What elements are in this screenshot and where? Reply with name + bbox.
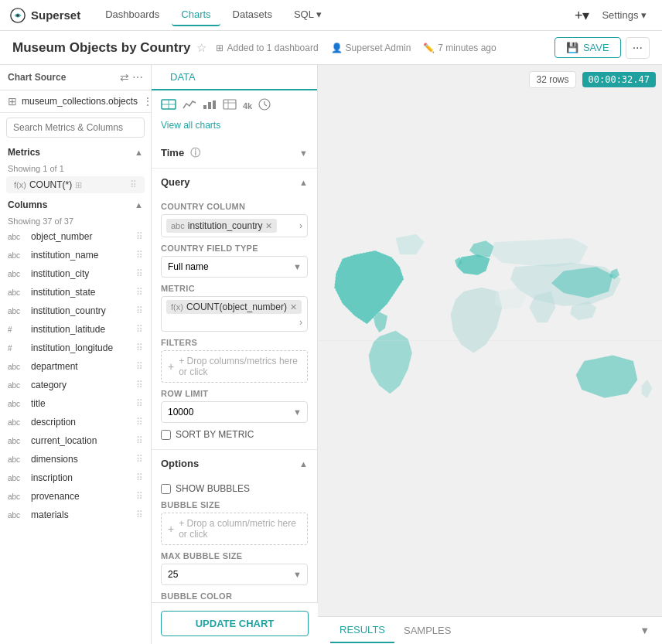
list-item: abc current_location ⠿ — [0, 431, 151, 450]
svg-line-13 — [264, 104, 267, 106]
filters-drop-area[interactable]: + + Drop columns/metrics here or click — [161, 350, 308, 383]
country-column-label: COUNTRY COLUMN — [161, 202, 308, 211]
drag-handle[interactable]: ⠿ — [136, 454, 143, 465]
tab-samples[interactable]: SAMPLES — [394, 618, 460, 642]
col-type: abc — [8, 233, 26, 241]
nav-links: Dashboards Charts Datasets SQL ▾ — [96, 4, 331, 26]
page-title: Museum Objects by Country — [12, 40, 190, 56]
col-type: abc — [8, 455, 26, 464]
col-name: inscription — [31, 472, 73, 483]
show-bubbles-checkbox[interactable]: SHOW BUBBLES — [161, 483, 308, 494]
tab-results[interactable]: RESULTS — [330, 618, 394, 643]
dataset-more-button[interactable]: ⋮ — [142, 95, 152, 107]
nav-settings-button[interactable]: Settings ▾ — [595, 6, 653, 24]
bubble-size-plus-icon: + — [168, 523, 174, 535]
drag-handle[interactable]: ⠿ — [136, 380, 143, 390]
source-actions: ⇄ ⋯ — [120, 71, 143, 83]
col-name: title — [31, 398, 46, 409]
nav-datasets[interactable]: Datasets — [224, 4, 282, 26]
metric-name: f(x) COUNT(*) ⊞ — [14, 179, 82, 190]
save-button[interactable]: 💾 SAVE — [555, 37, 621, 58]
logo-text: Superset — [31, 9, 80, 22]
bubble-color-label: BUBBLE COLOR — [161, 591, 308, 601]
sort-by-metric-input[interactable] — [161, 430, 171, 440]
source-more-button[interactable]: ⋯ — [132, 71, 143, 83]
drag-handle[interactable]: ⠿ — [136, 287, 143, 298]
max-bubble-size-select[interactable]: 25 — [161, 564, 308, 585]
drag-handle[interactable]: ⠿ — [136, 361, 143, 372]
drag-handle[interactable]: ⠿ — [136, 305, 143, 316]
columns-list: abc object_number ⠿ abc institution_name… — [0, 227, 151, 521]
options-section-header[interactable]: Options — [152, 450, 317, 477]
bubble-size-placeholder: + Drop a column/metric here or click — [179, 518, 301, 540]
list-item: abc category ⠿ — [0, 376, 151, 394]
right-panel: 32 rows 00:00:32.47 — [318, 65, 662, 644]
metric-tag-remove-button[interactable]: ✕ — [290, 302, 297, 312]
query-section-header[interactable]: Query — [152, 169, 317, 196]
source-collapse-button[interactable]: ⇄ — [120, 71, 129, 83]
chart-type-world-map[interactable] — [161, 98, 176, 114]
dataset-row: ⊞ museum_collections.objects ⋮ — [0, 90, 151, 113]
drag-handle[interactable]: ⠿ — [136, 342, 143, 353]
metric-info-icon: ⊞ — [75, 180, 82, 190]
update-chart-button[interactable]: UPDATE CHART — [161, 611, 309, 636]
drag-handle[interactable]: ⠿ — [136, 324, 143, 335]
star-icon[interactable]: ☆ — [196, 41, 206, 55]
drag-handle[interactable]: ⠿ — [130, 179, 137, 190]
col-left: abc institution_city — [8, 268, 89, 279]
chart-type-big-number[interactable]: 4k — [243, 101, 252, 111]
drag-handle[interactable]: ⠿ — [136, 509, 143, 520]
tag-remove-button[interactable]: ✕ — [265, 221, 272, 231]
drag-handle[interactable]: ⠿ — [136, 250, 143, 261]
bubble-size-label: BUBBLE SIZE — [161, 500, 308, 509]
options-section-label: Options — [161, 458, 199, 469]
row-limit-wrapper: 10000 ▼ — [161, 401, 308, 423]
drag-handle[interactable]: ⠿ — [136, 231, 143, 242]
drag-handle[interactable]: ⠿ — [136, 268, 143, 279]
col-name: materials — [31, 509, 69, 520]
chart-type-bar[interactable] — [203, 99, 217, 113]
nav-plus-button[interactable]: +▾ — [575, 7, 590, 24]
drag-handle[interactable]: ⠿ — [136, 417, 143, 428]
time-section: Time ⓘ — [152, 138, 317, 169]
svg-rect-7 — [213, 101, 216, 109]
drag-handle[interactable]: ⠿ — [136, 491, 143, 502]
bubble-size-drop-area[interactable]: + + Drop a column/metric here or click — [161, 513, 308, 545]
filters-label: FILTERS — [161, 338, 308, 347]
save-icon: 💾 — [566, 42, 578, 53]
chart-type-table[interactable] — [223, 99, 237, 113]
drag-handle[interactable]: ⠿ — [136, 472, 143, 483]
tag-arrow-icon: › — [299, 220, 302, 231]
collapse-button[interactable]: ▼ — [640, 625, 650, 636]
more-options-button[interactable]: ··· — [626, 37, 650, 59]
col-name: department — [31, 361, 78, 372]
nav-charts[interactable]: Charts — [172, 4, 220, 26]
col-type: abc — [8, 511, 26, 520]
chart-type-line[interactable] — [183, 99, 196, 113]
chart-type-clock[interactable] — [258, 98, 271, 114]
search-input[interactable] — [6, 118, 145, 138]
drag-handle[interactable]: ⠿ — [136, 435, 143, 446]
show-bubbles-input[interactable] — [161, 484, 171, 494]
time-section-header[interactable]: Time ⓘ — [152, 138, 317, 168]
view-all-charts-link[interactable]: View all charts — [152, 117, 317, 138]
nav-dashboards[interactable]: Dashboards — [96, 4, 169, 26]
col-name: institution_name — [31, 250, 98, 261]
svg-rect-5 — [203, 105, 206, 109]
country-field-type-select[interactable]: Full name — [161, 256, 308, 278]
col-left: abc current_location — [8, 435, 97, 446]
metric-input[interactable]: f(x) COUNT(object_number) ✕ › — [161, 296, 308, 332]
tab-data[interactable]: DATA — [161, 65, 205, 90]
columns-section-header[interactable]: Columns — [0, 195, 151, 215]
chart-source-label: Chart Source — [8, 72, 66, 83]
row-limit-select[interactable]: 10000 — [161, 401, 308, 423]
nav-sql[interactable]: SQL ▾ — [285, 4, 331, 26]
col-left: # institution_latitude — [8, 324, 105, 335]
show-bubbles-label: SHOW BUBBLES — [176, 483, 250, 494]
country-column-input[interactable]: abc institution_country ✕ › — [161, 214, 308, 237]
sort-by-metric-checkbox[interactable]: SORT BY METRIC — [161, 429, 308, 440]
metrics-section-header[interactable]: Metrics — [0, 142, 151, 162]
col-name: institution_country — [31, 305, 106, 316]
drag-handle[interactable]: ⠿ — [136, 398, 143, 409]
svg-rect-6 — [208, 102, 211, 109]
